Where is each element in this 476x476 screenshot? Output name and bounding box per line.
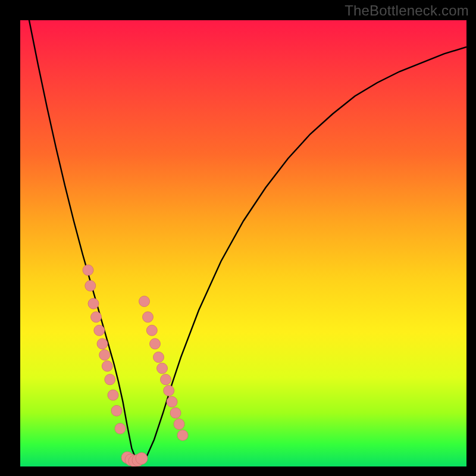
marker-cluster-right [139,296,189,441]
data-marker [108,390,118,400]
data-marker [146,325,157,336]
data-marker [136,453,148,465]
data-marker [167,396,177,407]
data-marker [139,296,150,307]
data-marker [157,363,168,374]
watermark-text: TheBottleneck.com [345,2,469,19]
data-marker [154,352,164,362]
data-marker [164,386,174,396]
data-marker [94,325,105,336]
data-marker [115,423,126,434]
data-marker [174,419,184,430]
data-marker [102,361,112,371]
data-marker [105,374,115,385]
data-marker [91,312,102,322]
data-marker [161,374,171,385]
bottleneck-curve [20,20,466,462]
data-marker [170,408,181,418]
data-marker [88,298,99,309]
plot-area [20,20,466,466]
data-marker [150,339,161,349]
data-marker [85,280,96,291]
data-marker [83,265,93,275]
data-marker [177,430,188,441]
chart-svg [20,20,466,466]
marker-cluster-left [83,265,126,434]
data-marker [99,350,110,361]
data-marker [97,339,108,349]
data-marker [143,312,154,322]
data-marker [111,405,122,416]
chart-frame: TheBottleneck.com [0,0,476,476]
